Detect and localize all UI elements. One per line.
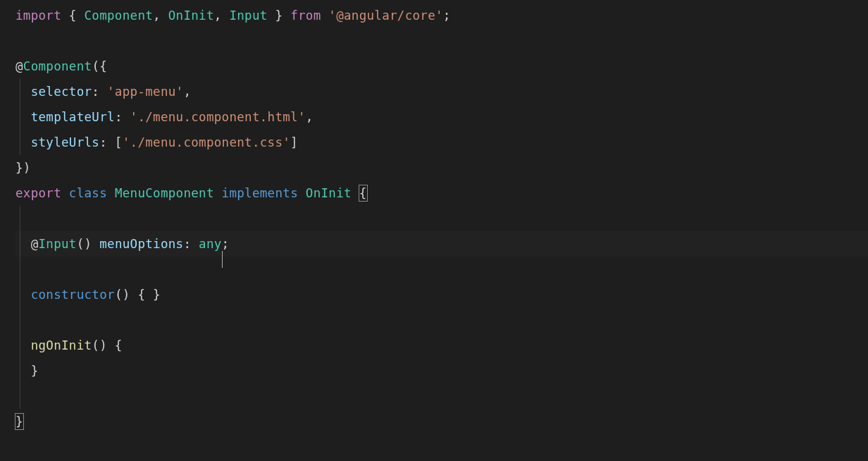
prop-menuoptions: menuOptions: [99, 237, 183, 251]
comma: ,: [153, 8, 168, 23]
interface-oninit: OnInit: [306, 186, 352, 200]
code-line[interactable]: }: [16, 409, 868, 434]
semicolon: ;: [443, 8, 451, 23]
brace-close: }: [268, 8, 291, 23]
string-module: '@angular/core': [328, 8, 443, 23]
code-line-blank[interactable]: [16, 257, 868, 282]
decorator-input: Input: [39, 237, 77, 251]
semicolon: ;: [222, 237, 230, 251]
string-selector: 'app-menu': [107, 85, 183, 99]
code-line[interactable]: ngOnInit() {: [16, 333, 868, 358]
code-line[interactable]: @Component({: [16, 54, 868, 79]
type-oninit: OnInit: [168, 8, 214, 23]
method-ngoninit: ngOnInit: [31, 338, 92, 352]
keyword-constructor: constructor: [31, 288, 115, 302]
keyword-class: class: [69, 186, 107, 200]
code-line[interactable]: constructor() { }: [16, 282, 868, 307]
comma: ,: [214, 8, 230, 23]
keyword-implements: implements: [222, 186, 298, 200]
code-line-blank[interactable]: [16, 28, 868, 54]
code-line-active[interactable]: @Input() menuOptions: any;: [16, 231, 868, 257]
brace-close: }: [31, 364, 39, 378]
classname: MenuComponent: [115, 186, 214, 200]
code-line-blank[interactable]: [16, 307, 868, 333]
type-input: Input: [229, 8, 267, 23]
bracket-match-open: {: [359, 180, 367, 206]
keyword-export: export: [16, 186, 61, 200]
keyword-import: import: [16, 8, 61, 23]
decorator-component: Component: [23, 59, 92, 73]
string-styles: './menu.component.css': [123, 135, 290, 149]
code-line[interactable]: export class MenuComponent implements On…: [16, 180, 868, 206]
code-line[interactable]: import { Component, OnInit, Input } from…: [16, 3, 868, 28]
brace-paren-close: }): [16, 161, 31, 175]
paren-brace-open: ({: [92, 59, 107, 73]
code-line[interactable]: selector: 'app-menu',: [16, 79, 868, 104]
code-line-blank[interactable]: [16, 206, 868, 231]
code-editor[interactable]: import { Component, OnInit, Input } from…: [0, 0, 868, 434]
decorator-at: @: [31, 237, 39, 251]
decorator-at: @: [16, 59, 23, 73]
prop-templateurl: templateUrl: [31, 110, 115, 124]
keyword-from: from: [290, 8, 321, 23]
prop-selector: selector: [31, 85, 92, 99]
brace-open: {: [61, 8, 85, 23]
code-line-blank[interactable]: [16, 383, 868, 409]
string-template: './menu.component.html': [130, 110, 306, 124]
bracket-match-close: }: [16, 409, 23, 434]
type-component: Component: [85, 8, 154, 23]
type-any: any: [199, 237, 222, 251]
prop-styleurls: styleUrls: [31, 135, 100, 149]
code-line[interactable]: }: [16, 358, 868, 383]
code-line[interactable]: }): [16, 155, 868, 180]
code-line[interactable]: templateUrl: './menu.component.html',: [16, 104, 868, 130]
code-line[interactable]: styleUrls: ['./menu.component.css']: [16, 130, 868, 155]
